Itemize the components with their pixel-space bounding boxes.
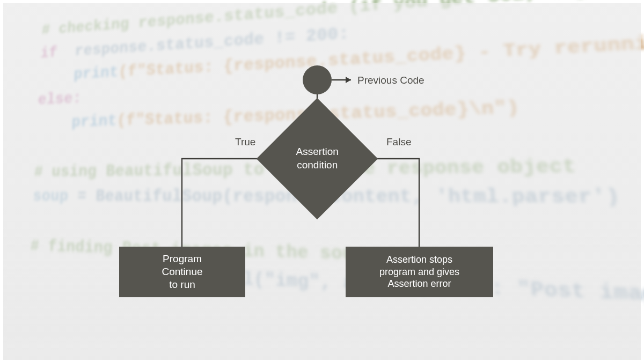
edge-label-true: True: [235, 136, 255, 148]
edge-label-false: False: [386, 136, 411, 148]
start-node: [303, 65, 332, 94]
outcome-false-box: Assertion stopsprogram and givesAssertio…: [346, 247, 493, 297]
decision-label: Assertioncondition: [274, 145, 360, 172]
flowchart: Previous Code Assertioncondition True Fa…: [3, 3, 641, 360]
diagram-canvas: # checking response.status_code (if you …: [0, 0, 644, 363]
decision-node: Assertioncondition: [257, 98, 378, 219]
outcome-false-label: Assertion stopsprogram and givesAssertio…: [379, 254, 459, 290]
outcome-true-label: ProgramContinueto run: [162, 253, 202, 291]
outcome-true-box: ProgramContinueto run: [119, 247, 245, 297]
svg-marker-1: [346, 77, 351, 83]
start-label: Previous Code: [357, 75, 425, 86]
